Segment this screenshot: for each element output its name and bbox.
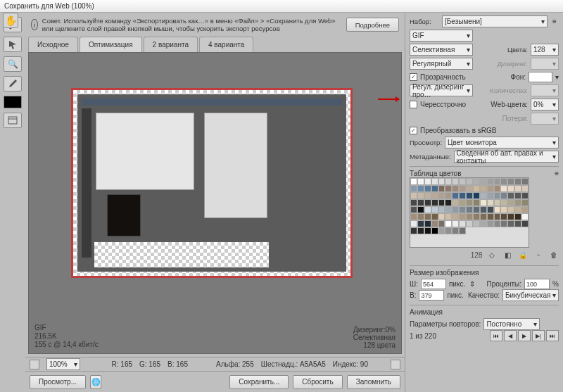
prev-frame-button[interactable]: ◀ — [504, 330, 517, 341]
websnap-select[interactable]: 0%▾ — [531, 99, 559, 110]
image-size-label: Размер изображения — [410, 269, 479, 277]
preview-info-right: Дизеринг:0%Селективная128 цвета — [353, 326, 396, 349]
tab-original[interactable]: Исходное — [28, 37, 78, 52]
width-input[interactable] — [421, 279, 446, 289]
browser-preview[interactable]: 🌐 — [90, 375, 101, 389]
link-icon[interactable]: ⇕ — [468, 280, 476, 288]
color-table[interactable] — [410, 177, 529, 248]
preview-button[interactable]: Просмотр... — [30, 375, 86, 389]
menu-icon[interactable]: ≡ — [550, 18, 559, 25]
map-transparent-icon[interactable]: ◇ — [487, 250, 497, 260]
remember-button[interactable]: Запомнить — [347, 375, 400, 389]
tab-2up[interactable]: 2 варианта — [144, 37, 198, 52]
percent-input[interactable] — [524, 279, 550, 289]
more-button[interactable]: Подробнее — [346, 18, 399, 32]
delete-color-icon[interactable]: 🗑 — [549, 250, 559, 260]
last-frame-button[interactable]: ⏭ — [546, 330, 559, 341]
shift-websafe-icon[interactable]: ◧ — [502, 250, 512, 260]
frame-position: 1 из 220 — [410, 332, 436, 340]
window-title: Сохранить для Web (100%) — [4, 2, 94, 10]
animation-label: Анимация — [410, 308, 443, 316]
preview-info-left: GIF216.5K155 с @ 14,4 кбит/с — [34, 324, 99, 349]
first-frame-button[interactable]: ⏮ — [490, 330, 502, 341]
new-color-icon[interactable]: ▫ — [533, 250, 543, 260]
transparency-label: Прозрачность — [420, 73, 466, 81]
quality-select[interactable]: Бикубическая▾ — [502, 289, 559, 301]
preset-select[interactable]: [Безымени]▾ — [442, 15, 548, 27]
zoom-tool[interactable]: 🔍 — [4, 56, 22, 72]
preview-area[interactable]: GIF216.5K155 с @ 14,4 кбит/с Дизеринг:0%… — [28, 52, 402, 354]
info-icon: i — [31, 19, 38, 30]
slice-select-tool[interactable] — [4, 37, 22, 52]
colortable-menu-icon[interactable]: ≡ — [555, 170, 559, 177]
srgb-check[interactable]: ✓ — [410, 127, 417, 134]
lossy-select: ▾ — [531, 113, 559, 125]
lock-color-icon[interactable]: 🔒 — [518, 250, 528, 260]
interlaced-check[interactable] — [410, 101, 417, 108]
height-input[interactable] — [419, 290, 444, 301]
reset-button[interactable]: Сбросить — [293, 375, 342, 389]
toggle-slices[interactable] — [4, 113, 22, 128]
metadata-select[interactable]: Сведения об авт. правах и контакты▾ — [454, 151, 559, 163]
eyedropper-tool[interactable] — [4, 76, 22, 91]
loop-select[interactable]: Постоянно▾ — [483, 318, 540, 330]
preset-label: Набор: — [410, 18, 439, 25]
next-frame-button[interactable]: ▶| — [532, 330, 545, 341]
hand-tool[interactable]: ✋ — [3, 13, 18, 28]
dither-select[interactable]: Регулярный▾ — [410, 58, 473, 70]
foreground-swatch[interactable] — [4, 96, 22, 108]
colors-select[interactable]: 128▾ — [531, 44, 559, 56]
tab-optimized[interactable]: Оптимизация — [80, 37, 142, 52]
format-select[interactable]: GIF▾ — [410, 30, 473, 42]
trans-dither-select[interactable]: Регул. дизеринг про…▾ — [410, 84, 473, 96]
svg-rect-0 — [8, 117, 17, 124]
save-button[interactable]: Сохранить... — [229, 375, 289, 389]
play-button[interactable]: ▶ — [518, 330, 531, 341]
color-box — [30, 360, 39, 369]
colortable-label: Таблица цветов — [410, 170, 462, 177]
reduction-select[interactable]: Селективная▾ — [410, 44, 473, 56]
tip-text: Совет. Используйте команду «Экспортирова… — [42, 17, 338, 32]
zoom-select[interactable]: 100%▾ — [46, 358, 80, 370]
trans-amount: ▾ — [531, 84, 559, 96]
status-bar: 100%▾ R: 165G: 165B: 165 Альфа: 255Шестн… — [25, 357, 405, 371]
annotation-arrow — [378, 99, 399, 100]
dither-amount: ▾ — [531, 58, 559, 70]
matte-color[interactable] — [529, 72, 552, 82]
transparency-check[interactable]: ✓ — [410, 73, 417, 81]
preview-select[interactable]: Цвет монитора▾ — [445, 137, 559, 148]
palette-count: 128 — [472, 250, 481, 260]
tab-4up[interactable]: 4 варианта — [199, 37, 253, 52]
color-box2 — [391, 360, 400, 369]
